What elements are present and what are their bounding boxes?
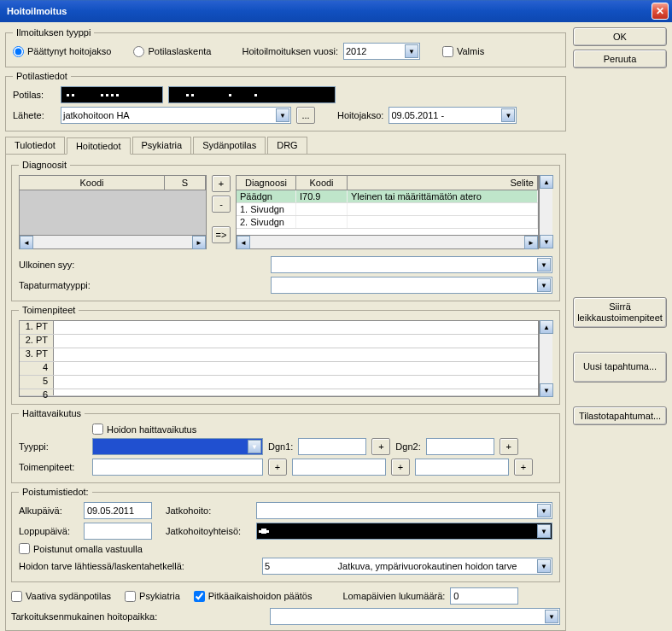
loma-label: Lomapäivien lukumäärä:	[342, 591, 445, 601]
dgn1-plus-button[interactable]: +	[371, 438, 390, 455]
scrollbar[interactable]: ▲ ▼	[539, 320, 552, 397]
diagnoosit-left-grid[interactable]: Koodi S ◄ ►	[19, 175, 207, 249]
scroll-down-icon[interactable]: ▼	[540, 383, 553, 397]
siirra-button[interactable]: Siirrä leikkaustoimenpiteet	[573, 297, 667, 328]
table-row[interactable]: 5	[20, 376, 538, 389]
table-row[interactable]: 2. PT	[20, 335, 538, 348]
scroll-left-icon[interactable]: ◄	[237, 236, 250, 249]
remove-diagnosis-button[interactable]: -	[212, 196, 231, 213]
tab-drg[interactable]: DRG	[267, 137, 307, 154]
tab-content: Diagnoosit Koodi S ◄ ►	[5, 155, 566, 631]
hoitojakso-label: Hoitojakso:	[337, 110, 383, 120]
year-label: Hoitoilmoituksen vuosi:	[242, 46, 338, 56]
haitta-checkbox[interactable]: Hoidon haittavaikutus	[92, 424, 196, 435]
jatkohoito-select[interactable]: ▼	[256, 502, 552, 519]
hoitojakso-select[interactable]: 09.05.2011 - ▼	[389, 107, 517, 124]
pitka-checkbox[interactable]: Pitkäaikaishoidon päätös	[194, 591, 313, 602]
diagnoosit-right-grid[interactable]: Diagnoosi Koodi Selite Päädgn I70.9 Ylei…	[236, 175, 539, 249]
ulkoinen-select[interactable]: ▼	[271, 256, 552, 273]
poistunut-checkbox[interactable]: Poistunut omalla vastuulla	[19, 543, 143, 554]
haitta-plus-3[interactable]: +	[514, 459, 533, 476]
table-row[interactable]: Päädgn I70.9 Yleinen tai määrittämätön a…	[237, 190, 538, 203]
titlebar: Hoitoilmoitus ✕	[0, 0, 672, 22]
tyyppi-select[interactable]: ▼	[92, 438, 263, 455]
scroll-down-icon[interactable]: ▼	[540, 235, 553, 248]
valmis-checkbox[interactable]: Valmis	[442, 46, 484, 57]
dgn2-input[interactable]	[426, 438, 494, 455]
window-title: Hoitoilmoitus	[3, 6, 67, 16]
chevron-down-icon[interactable]: ▼	[405, 44, 418, 58]
tapaturma-select[interactable]: ▼	[271, 277, 552, 294]
dgn2-label: Dgn2:	[395, 441, 420, 452]
haitta-toimenpiteet-2[interactable]	[292, 459, 386, 476]
scroll-up-icon[interactable]: ▲	[540, 320, 553, 334]
loma-input[interactable]	[450, 587, 518, 605]
scrollbar[interactable]: ◄ ►	[237, 235, 538, 248]
table-row[interactable]: 3. PT	[20, 348, 538, 362]
close-icon[interactable]: ✕	[652, 3, 669, 20]
vaativa-checkbox[interactable]: Vaativa sydänpotilas	[11, 591, 111, 602]
toimenpiteet-legend: Toimenpiteet	[19, 305, 79, 315]
potilas-legend: Potilastiedot	[13, 71, 71, 81]
radio-paattynyt[interactable]: Päättynyt hoitojakso	[13, 46, 111, 57]
chevron-down-icon[interactable]: ▼	[545, 610, 558, 623]
chevron-down-icon[interactable]: ▼	[501, 108, 515, 122]
jatkohoitoyht-label: Jatkohoitoyhteisö:	[166, 526, 251, 536]
add-diagnosis-button[interactable]: +	[212, 175, 231, 192]
scrollbar[interactable]: ▲ ▼	[539, 175, 552, 248]
chevron-down-icon[interactable]: ▼	[537, 559, 551, 573]
alkupvm-input[interactable]	[84, 502, 152, 519]
tab-tulotiedot[interactable]: Tulotiedot	[5, 137, 65, 154]
tab-sydanpotilas[interactable]: Sydänpotilas	[193, 137, 266, 154]
dgn1-input[interactable]	[298, 438, 366, 455]
scroll-right-icon[interactable]: ►	[524, 236, 538, 249]
table-row[interactable]: 4	[20, 362, 538, 376]
ok-button[interactable]: OK	[573, 27, 667, 46]
ilmoitus-group: Ilmoituksen tyyppi Päättynyt hoitojakso …	[5, 27, 566, 67]
jatkohoito-label: Jatkohoito:	[166, 505, 251, 516]
cancel-button[interactable]: Peruuta	[573, 50, 667, 68]
dgn2-plus-button[interactable]: +	[500, 438, 518, 455]
tab-hoitotiedot[interactable]: Hoitotiedot	[67, 137, 131, 155]
scroll-up-icon[interactable]: ▲	[540, 175, 553, 189]
lahete-select[interactable]: jatkohoitoon HA ▼	[61, 107, 291, 124]
tarkoitus-select[interactable]: ▼	[270, 608, 560, 625]
potilas-field-1[interactable]	[61, 86, 163, 103]
potilas-field-2[interactable]	[168, 86, 336, 103]
loppupvm-input[interactable]	[84, 523, 152, 540]
haitta-legend: Haittavaikutus	[19, 408, 85, 418]
loppupvm-label: Loppupäivä:	[19, 526, 79, 536]
toimenpiteet-table[interactable]: 1. PT 2. PT 3. PT 4 5 6	[19, 320, 539, 397]
tab-psykiatria[interactable]: Psykiatria	[132, 137, 192, 154]
chevron-down-icon[interactable]: ▼	[276, 108, 289, 122]
table-row[interactable]: 2. Sivudgn	[237, 216, 538, 229]
ellipsis-button[interactable]: ...	[296, 107, 315, 124]
scroll-right-icon[interactable]: ►	[192, 236, 206, 249]
chevron-down-icon[interactable]: ▼	[248, 440, 261, 453]
haitta-plus-1[interactable]: +	[268, 459, 287, 476]
dgn1-label: Dgn1:	[268, 441, 293, 452]
tilasto-button[interactable]: Tilastotapahtumat...	[573, 406, 667, 425]
radio-potilaslaskenta[interactable]: Potilaslaskenta	[133, 46, 211, 57]
jatkohoitoyht-select[interactable]: ▼	[256, 523, 552, 540]
chevron-down-icon[interactable]: ▼	[537, 258, 551, 272]
table-row[interactable]: 1. Sivudgn	[237, 203, 538, 216]
chevron-down-icon[interactable]: ▼	[537, 278, 551, 292]
scroll-left-icon[interactable]: ◄	[20, 236, 33, 249]
uusi-button[interactable]: Uusi tapahtuma...	[573, 352, 667, 383]
haitta-toimenpiteet-1[interactable]	[92, 459, 263, 476]
table-row[interactable]: 6	[20, 389, 538, 396]
psykiatria-checkbox[interactable]: Psykiatria	[125, 591, 180, 602]
haitta-group: Haittavaikutus Hoidon haittavaikutus Tyy…	[11, 408, 560, 483]
haitta-toimenpiteet-3[interactable]	[415, 459, 509, 476]
move-diagnosis-button[interactable]: =>	[212, 226, 231, 243]
hoidon-tarve-select[interactable]: 5 Jatkuva, ympärivuorokautinen hoidon ta…	[262, 558, 552, 575]
tarkoitus-label: Tarkoituksenmukainen hoitopaikka:	[11, 611, 157, 622]
chevron-down-icon[interactable]: ▼	[537, 524, 551, 538]
haitta-plus-2[interactable]: +	[391, 459, 410, 476]
scrollbar[interactable]: ◄ ►	[20, 235, 206, 248]
chevron-down-icon[interactable]: ▼	[537, 504, 551, 517]
poistumis-legend: Poistumistiedot:	[19, 487, 92, 497]
table-row[interactable]: 1. PT	[20, 321, 538, 335]
year-select[interactable]: 2012 ▼	[343, 43, 420, 60]
